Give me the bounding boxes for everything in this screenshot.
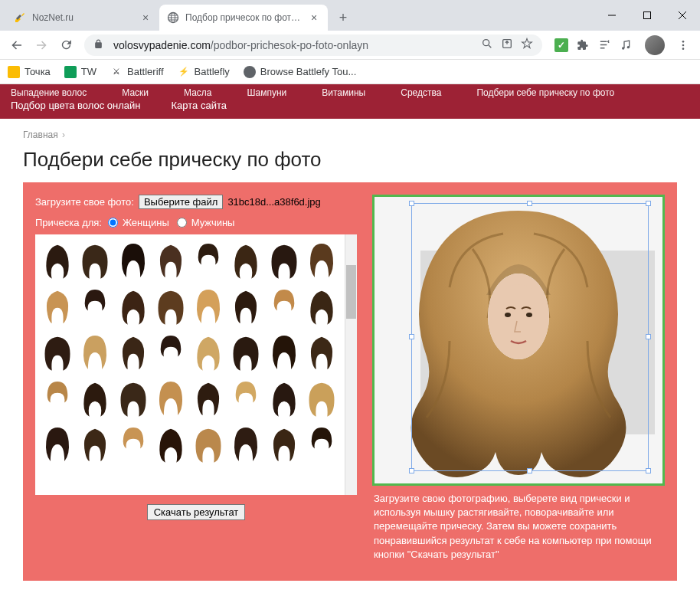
hairstyle-thumb[interactable] <box>77 285 113 328</box>
breadcrumb-home[interactable]: Главная <box>23 129 58 140</box>
hairstyle-thumb[interactable] <box>77 423 113 466</box>
hairstyle-thumb[interactable] <box>40 285 75 328</box>
hairstyle-thumb[interactable] <box>228 377 263 420</box>
hairstyle-thumb[interactable] <box>191 239 226 282</box>
hairstyle-thumb[interactable] <box>77 239 113 282</box>
nav-link[interactable]: Шампуни <box>247 87 287 98</box>
nav-link[interactable]: Витамины <box>322 87 365 98</box>
address-bar[interactable]: volosvypadenie.com/podbor-prichesok-po-f… <box>84 34 542 56</box>
resize-handle[interactable] <box>646 468 651 473</box>
hairstyle-thumb[interactable] <box>228 423 263 466</box>
new-tab-button[interactable]: + <box>332 7 354 28</box>
bookmark-item[interactable]: Browse Battlefy Tou... <box>244 66 357 78</box>
search-icon[interactable] <box>481 38 493 52</box>
choose-file-button[interactable]: Выберите файл <box>139 195 223 209</box>
bookmark-item[interactable]: ⚔Battleriff <box>110 66 163 78</box>
reading-list-icon[interactable] <box>597 38 611 52</box>
resize-handle[interactable] <box>409 468 414 473</box>
hairstyle-thumb[interactable] <box>116 239 151 282</box>
hairstyle-thumb[interactable] <box>153 239 188 282</box>
hairstyle-thumb[interactable] <box>116 285 151 328</box>
hairstyle-thumb[interactable] <box>116 331 151 374</box>
hairstyle-grid-container <box>35 234 357 495</box>
radio-men[interactable] <box>177 218 187 228</box>
hairstyle-thumb[interactable] <box>116 423 151 466</box>
hairstyle-thumb[interactable] <box>267 285 302 328</box>
hairstyle-thumb[interactable] <box>267 239 302 282</box>
nav-link[interactable]: Маски <box>122 87 149 98</box>
resize-handle[interactable] <box>409 201 414 206</box>
close-icon[interactable]: × <box>139 11 152 24</box>
hairstyle-thumb[interactable] <box>228 239 263 282</box>
hairstyle-thumb[interactable] <box>304 331 339 374</box>
nav-link[interactable]: Средства <box>401 87 441 98</box>
bookmark-star-icon[interactable] <box>521 38 533 52</box>
hairstyle-thumb[interactable] <box>191 285 226 328</box>
reload-button[interactable] <box>55 34 77 56</box>
puzzle-icon[interactable] <box>576 38 590 52</box>
bookmark-label: Battlefly <box>195 66 230 77</box>
svg-point-5 <box>622 47 624 49</box>
hairstyle-thumb[interactable] <box>153 331 188 374</box>
resize-handle[interactable] <box>646 201 651 206</box>
hairstyle-thumb[interactable] <box>304 239 339 282</box>
browser-tab-inactive[interactable]: NozNet.ru × <box>6 5 159 31</box>
selection-box[interactable] <box>411 203 649 471</box>
close-window-button[interactable] <box>665 0 700 31</box>
resize-handle[interactable] <box>527 468 532 473</box>
preview-frame[interactable] <box>372 195 665 486</box>
hairstyle-thumb[interactable] <box>191 377 226 420</box>
hairstyle-thumb[interactable] <box>191 331 226 374</box>
bookmark-item[interactable]: Точка <box>8 66 51 78</box>
preview-column: Загрузите свою фотографию, выберете вид … <box>372 195 665 568</box>
hairstyle-thumb[interactable] <box>304 423 339 466</box>
resize-handle[interactable] <box>527 201 532 206</box>
hairstyle-thumb[interactable] <box>153 423 188 466</box>
scrollbar[interactable] <box>345 234 357 495</box>
nav-link[interactable]: Подбери себе прическу по фото <box>476 87 614 98</box>
hairstyle-thumb[interactable] <box>267 377 302 420</box>
hairstyle-thumb[interactable] <box>153 377 188 420</box>
hairstyle-thumb[interactable] <box>267 331 302 374</box>
hairstyle-thumb[interactable] <box>40 239 75 282</box>
maximize-button[interactable] <box>630 0 665 31</box>
music-icon[interactable] <box>619 38 633 52</box>
bookmark-item[interactable]: ⚡Battlefly <box>178 66 230 78</box>
extension-icons: ✓ <box>550 38 637 52</box>
hairstyle-thumb[interactable] <box>267 423 302 466</box>
share-icon[interactable] <box>501 38 513 52</box>
hairstyle-thumb[interactable] <box>77 331 113 374</box>
hairstyle-thumb[interactable] <box>116 377 151 420</box>
hairstyle-thumb[interactable] <box>228 331 263 374</box>
close-icon[interactable]: × <box>308 11 320 24</box>
hairstyle-thumb[interactable] <box>153 285 188 328</box>
resize-handle[interactable] <box>409 334 414 339</box>
hairstyle-thumb[interactable] <box>40 423 75 466</box>
menu-button[interactable] <box>672 39 694 51</box>
forward-button[interactable] <box>31 34 52 56</box>
browser-tab-active[interactable]: Подбор причесок по фото онла × <box>159 5 328 31</box>
bookmarks-bar: Точка TW ⚔Battleriff ⚡Battlefly Browse B… <box>0 60 700 84</box>
download-button[interactable]: Скачать результат <box>147 504 246 520</box>
scrollbar-thumb[interactable] <box>346 265 356 319</box>
nav-link[interactable]: Подбор цвета волос онлайн <box>11 100 141 111</box>
hairstyle-thumb[interactable] <box>304 377 339 420</box>
hairstyle-thumb[interactable] <box>77 377 113 420</box>
nav-link[interactable]: Выпадение волос <box>11 87 87 98</box>
profile-avatar[interactable] <box>645 35 665 55</box>
adblock-icon[interactable]: ✓ <box>554 38 568 52</box>
hairstyle-thumb[interactable] <box>40 377 75 420</box>
hairstyle-thumb[interactable] <box>304 285 339 328</box>
hairstyle-thumb[interactable] <box>228 285 263 328</box>
hairstyle-thumb[interactable] <box>40 331 75 374</box>
browser-titlebar: NozNet.ru × Подбор причесок по фото онла… <box>0 0 700 31</box>
minimize-button[interactable] <box>594 0 630 31</box>
svg-point-9 <box>682 48 685 50</box>
nav-link[interactable]: Карта сайта <box>172 100 227 111</box>
bookmark-item[interactable]: TW <box>64 66 96 78</box>
back-button[interactable] <box>6 34 28 56</box>
nav-link[interactable]: Масла <box>184 87 211 98</box>
radio-women[interactable] <box>108 218 118 228</box>
hairstyle-thumb[interactable] <box>191 423 226 466</box>
resize-handle[interactable] <box>646 334 651 339</box>
